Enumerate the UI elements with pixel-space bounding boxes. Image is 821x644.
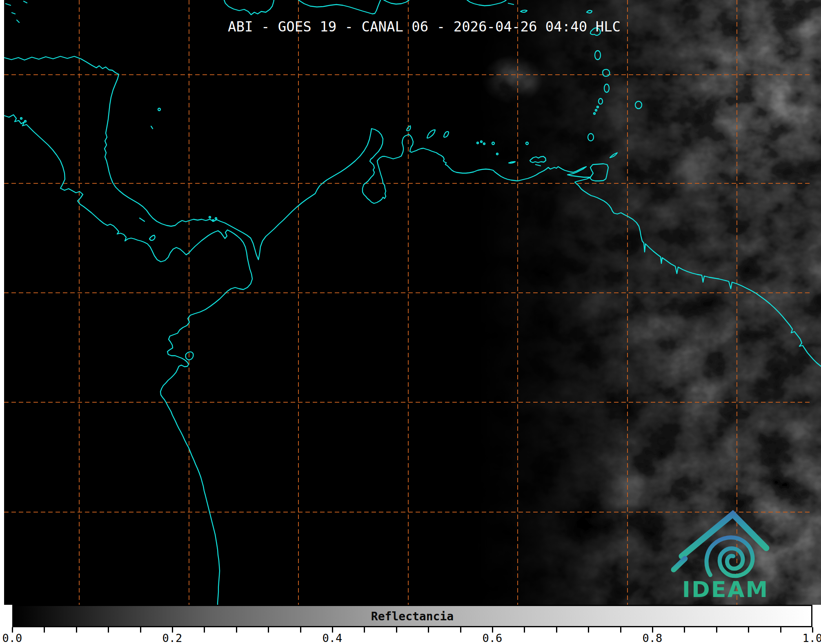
colorbar-tick xyxy=(620,627,621,633)
colorbar-tick xyxy=(44,627,45,633)
colorbar-tick xyxy=(108,627,109,633)
colorbar-tick xyxy=(268,627,269,633)
colorbar-tick xyxy=(588,627,589,633)
colorbar-tick-label: 0.6 xyxy=(483,632,503,644)
cloud-layer xyxy=(478,0,821,605)
colorbar: Reflectancia 0.00.20.40.60.81.0 xyxy=(0,605,821,644)
colorbar-tick xyxy=(364,627,365,633)
colorbar-tick xyxy=(780,627,781,633)
colorbar-tick xyxy=(428,627,429,633)
colorbar-tick xyxy=(556,627,557,633)
colorbar-gradient: Reflectancia xyxy=(12,605,812,627)
satellite-image-page: { "map": { "title": "ABI - GOES 19 - CAN… xyxy=(0,0,821,644)
colorbar-tick-label: 0.4 xyxy=(323,632,343,644)
colorbar-tick xyxy=(524,627,525,633)
colorbar-tick xyxy=(204,627,205,633)
satellite-map-canvas: IDEAM ABI - GOES 19 - CANAL 06 - 2026-04… xyxy=(0,0,821,605)
colorbar-tick xyxy=(748,627,749,633)
colorbar-tick xyxy=(236,627,237,633)
colorbar-tick xyxy=(460,627,461,633)
map-title: ABI - GOES 19 - CANAL 06 - 2026-04-26 04… xyxy=(228,18,636,35)
colorbar-tick-label: 1.0 xyxy=(803,632,821,644)
colorbar-tick xyxy=(396,627,397,633)
colorbar-tick xyxy=(140,627,141,633)
ideam-logo-text: IDEAM xyxy=(682,577,769,602)
colorbar-tick xyxy=(716,627,717,633)
colorbar-label: Reflectancia xyxy=(371,606,454,627)
colorbar-tick xyxy=(76,627,77,633)
colorbar-tick xyxy=(300,627,301,633)
colorbar-tick-label: 0.0 xyxy=(2,632,22,644)
colorbar-tick xyxy=(684,627,685,633)
map-graphics: IDEAM xyxy=(0,0,821,605)
colorbar-tick-label: 0.2 xyxy=(162,632,182,644)
coastline-pacific xyxy=(4,115,252,605)
colorbar-tick-label: 0.8 xyxy=(643,632,663,644)
left-margin xyxy=(0,0,4,605)
